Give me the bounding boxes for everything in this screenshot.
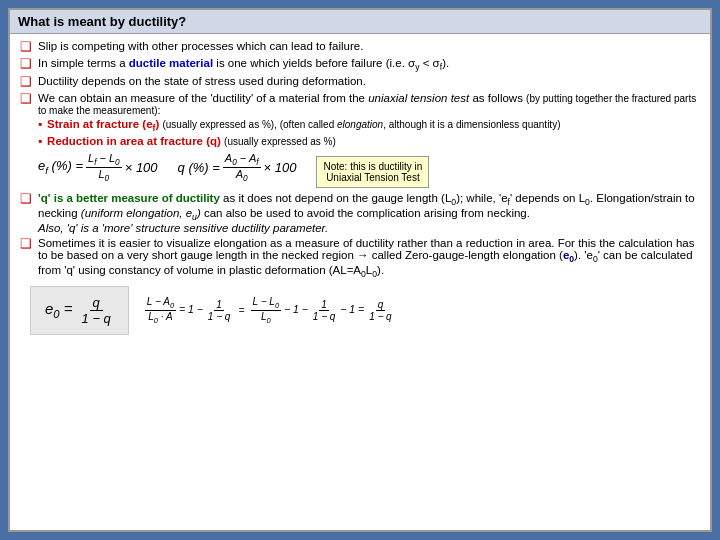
ef-times: × 100 xyxy=(125,160,158,175)
q-label: q (%) = xyxy=(178,160,220,175)
rf-f2-num: 1 xyxy=(214,299,224,311)
bullet-text-1: Slip is competing with other processes w… xyxy=(38,40,363,52)
e0-label: e0 = xyxy=(45,300,73,320)
rf-equals: = xyxy=(238,304,244,316)
rf-f3-num: L − L0 xyxy=(251,296,282,311)
bullet-icon-3: ❑ xyxy=(20,74,32,89)
q-fraction: A0 − Af A0 xyxy=(223,152,261,183)
bullet-icon-sometimes: ❑ xyxy=(20,236,32,251)
ductile-material-highlight: ductile material xyxy=(129,57,213,69)
strain-text: Strain at fracture (ef) (usually express… xyxy=(47,118,560,133)
rf-f5-den: 1 − q xyxy=(367,311,394,322)
title-text: What is meant by ductility? xyxy=(18,14,186,29)
rf-mid: L − L0 L0 − 1 − 1 1 − q − 1 = q 1 − q xyxy=(251,296,394,325)
bullet-icon-2: ❑ xyxy=(20,56,32,71)
e0-fraction: q 1 − q xyxy=(79,295,114,326)
bullet-list-q: ❑ 'q' is a better measure of ductility a… xyxy=(20,192,700,280)
rf-f4-den: 1 − q xyxy=(311,311,338,322)
content-area: ❑ Slip is competing with other processes… xyxy=(10,34,710,530)
ef-fraction: Lf − L0 L0 xyxy=(86,152,122,183)
q-numerator: A0 − Af xyxy=(223,152,261,168)
rf-f3-den: L0 xyxy=(259,311,273,325)
bullet-text-sometimes: Sometimes it is easier to visualize elon… xyxy=(38,237,700,280)
rf-f4-num: 1 xyxy=(319,299,329,311)
right-formulas: L − A0 L0 · A = 1 − 1 1 − q = L − L0 L0 xyxy=(145,296,394,325)
ef-denominator: L0 xyxy=(96,168,111,183)
rf-f1-den: L0 · A xyxy=(146,311,174,325)
formula-row: ef (%) = Lf − L0 L0 × 100 q (%) = A0 − A… xyxy=(38,152,700,188)
q-times: × 100 xyxy=(264,160,297,175)
note-line2: Uniaxial Tension Test xyxy=(326,172,420,183)
ef-numerator: Lf − L0 xyxy=(86,152,122,168)
bullet-text-2: In simple terms a ductile material is on… xyxy=(38,57,449,72)
e0-denominator: 1 − q xyxy=(79,311,114,326)
bullet-icon-q: ❑ xyxy=(20,191,32,206)
sq-icon-2: ▪ xyxy=(38,135,42,147)
sub-bullet-reduction: ▪ Reduction in area at fracture (q) (usu… xyxy=(38,135,700,147)
e0-numerator: q xyxy=(90,295,103,311)
main-container: What is meant by ductility? ❑ Slip is co… xyxy=(8,8,712,532)
sq-icon-1: ▪ xyxy=(38,118,42,130)
note-line1: Note: this is ductility in xyxy=(323,161,422,172)
rf-f2-den: 1 − q xyxy=(206,311,233,322)
q-measure-highlight: 'q' is a better measure of ductility xyxy=(38,192,220,204)
ef-formula: ef (%) = Lf − L0 L0 × 100 xyxy=(38,152,158,183)
q-denominator: A0 xyxy=(234,168,250,183)
q-formula: q (%) = A0 − Af A0 × 100 xyxy=(178,152,297,183)
ef-label: ef (%) = xyxy=(38,158,83,176)
main-bullet-list: ❑ Slip is competing with other processes… xyxy=(20,40,700,148)
sub-bullet-list: ▪ Strain at fracture (ef) (usually expre… xyxy=(38,118,700,146)
bullet-item-q: ❑ 'q' is a better measure of ductility a… xyxy=(20,192,700,235)
rf-lhs: L − A0 L0 · A = 1 − 1 1 − q xyxy=(145,296,233,325)
rf-fraction1: L − A0 L0 · A xyxy=(145,296,176,325)
bottom-section: e0 = q 1 − q L − A0 L0 · A = 1 − 1 1 − q xyxy=(20,286,700,335)
bullet-text-q: 'q' is a better measure of ductility as … xyxy=(38,192,700,235)
bullet-text-3: Ductility depends on the state of stress… xyxy=(38,75,366,87)
bullet-item-sometimes: ❑ Sometimes it is easier to visualize el… xyxy=(20,237,700,280)
bullet-item-2: ❑ In simple terms a ductile material is … xyxy=(20,57,700,72)
bullet-text-4: We can obtain an measure of the 'ductili… xyxy=(38,92,700,147)
bullet-icon-1: ❑ xyxy=(20,39,32,54)
note-box: Note: this is ductility in Uniaxial Tens… xyxy=(316,156,429,188)
rf-fraction4: 1 1 − q xyxy=(311,299,338,322)
rf-fraction3: L − L0 L0 xyxy=(251,296,282,325)
rf-f1-num: L − A0 xyxy=(145,296,176,311)
bullet-item-3: ❑ Ductility depends on the state of stre… xyxy=(20,75,700,89)
rf-fraction2: 1 1 − q xyxy=(206,299,233,322)
reduction-text: Reduction in area at fracture (q) (usual… xyxy=(47,135,336,147)
rf-f5-num: q xyxy=(376,299,386,311)
sub-bullet-strain: ▪ Strain at fracture (ef) (usually expre… xyxy=(38,118,700,133)
rf-fraction5: q 1 − q xyxy=(367,299,394,322)
bullet-icon-4: ❑ xyxy=(20,91,32,106)
bullet-item-1: ❑ Slip is competing with other processes… xyxy=(20,40,700,54)
e0-formula-box: e0 = q 1 − q xyxy=(30,286,129,335)
bullet-item-4: ❑ We can obtain an measure of the 'ducti… xyxy=(20,92,700,147)
title-bar: What is meant by ductility? xyxy=(10,10,710,34)
